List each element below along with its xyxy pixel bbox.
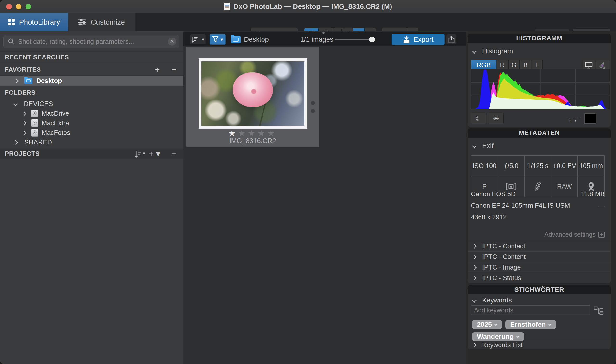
chip-chevron-icon[interactable] [516,334,520,338]
folders-tree: DEVICES MacDriveMacExtraMacFotos SHARED [0,99,183,147]
highlight-clipping-button[interactable]: ☀ [488,113,504,124]
histogram-collapse-chevron-icon[interactable] [472,49,476,53]
recent-searches-label: RECENT SEARCHES [5,54,69,61]
expand-chevron-icon[interactable] [22,111,26,116]
keyword-chip-label: Wanderung [477,333,514,340]
gamut-triangle-icon [599,62,606,68]
projects-remove-icon[interactable]: − [172,150,177,158]
moon-icon: ☾ [475,115,482,123]
histogram-section-row[interactable]: Histogram [468,47,611,55]
tab-photolibrary[interactable]: PhotoLibrary [0,13,68,31]
expand-chevron-icon[interactable] [472,244,476,248]
search-input[interactable]: Shot date, rating, shooting parameters..… [3,35,179,48]
keyword-chip-2025[interactable]: 2025 [472,320,502,329]
iptc-list: IPTC - ContactIPTC - ContentIPTC - Image… [468,241,611,283]
iptc-section-image[interactable]: IPTC - Image [468,262,611,273]
color-swatch [585,113,596,124]
section-projects[interactable]: PROJECTS + ▾ − [0,149,183,159]
iptc-section-content[interactable]: IPTC - Content [468,251,611,262]
export-label: Export [413,36,434,43]
histogram-panel-header[interactable]: HISTOGRAMM [468,34,611,43]
camera-row: Canon EOS 5D 11.8 MB [471,190,605,198]
keywords-collapse-chevron-icon[interactable] [472,298,476,302]
exif-section-row[interactable]: Exif [468,142,611,150]
keyword-chip-ernsthofen[interactable]: Ernsthofen [505,320,556,329]
window-title: DxO PhotoLab — Desktop — IMG_8316.CR2 (M… [233,3,392,11]
section-recent-searches[interactable]: RECENT SEARCHES [0,52,183,63]
metadata-panel: METADATEN Exif ISO 100ƒ/5.01/125 s+0.0 E… [468,128,611,283]
thumbnail-size-slider[interactable] [335,39,375,40]
device-label: MacDrive [42,110,69,117]
current-folder[interactable]: Desktop [244,32,269,46]
tab-customize[interactable]: Customize [68,13,135,31]
projects-sort-icon[interactable] [135,150,145,158]
keywords-panel-header[interactable]: STICHWÖRTER [468,285,611,294]
star-icon[interactable]: ★ [257,129,267,138]
thumbnail-tile[interactable]: ★★★★★ IMG_8316.CR2 [187,47,319,147]
desktop-expand-chevron-icon[interactable] [14,79,18,83]
expand-chevron-icon[interactable] [22,121,26,125]
sidebar-item-devices[interactable]: DEVICES [0,99,183,109]
keyword-chips: 2025ErnsthofenWanderung [472,320,607,341]
sun-icon: ☀ [493,115,499,123]
expand-chevron-icon[interactable] [472,255,476,259]
add-keywords-input[interactable]: Add keywords [471,305,590,315]
lens-value: — [598,202,605,209]
share-button[interactable] [446,34,457,45]
search-clear-button[interactable]: ✕ [168,38,176,46]
expand-chevron-icon[interactable] [472,276,476,280]
keywords-list-chevron-icon[interactable] [472,343,476,347]
device-list: MacDriveMacExtraMacFotos [0,109,183,138]
exif-cell: 105 mm [578,156,604,176]
keyword-hierarchy-icon[interactable] [594,306,604,315]
shadow-clipping-button[interactable]: ☾ [471,113,486,124]
star-rating[interactable]: ★★★★★ [187,128,319,138]
expand-chevron-icon[interactable] [472,265,476,270]
filter-button[interactable]: ▾ [210,34,226,45]
export-button[interactable]: Export [392,34,445,45]
file-size: 11.8 MB [581,190,605,198]
keyword-chip-label: Ernsthofen [510,321,546,328]
slider-thumb[interactable] [369,37,375,42]
shared-expand-chevron-icon[interactable] [13,140,18,144]
iptc-section-label: IPTC - Contact [482,243,525,250]
sidebar-item-shared[interactable]: SHARED [0,138,183,147]
iptc-section-contact[interactable]: IPTC - Contact [468,241,611,251]
star-icon[interactable]: ★ [248,129,257,138]
chip-chevron-icon[interactable] [548,322,551,326]
section-favorites[interactable]: FAVORITES + − [0,63,183,76]
drive-icon [31,119,38,127]
star-icon[interactable]: ★ [228,129,238,138]
sidebar-item-macextra[interactable]: MacExtra [0,118,183,128]
keywords-list-row[interactable]: Keywords List [468,341,611,349]
sidebar-item-macdrive[interactable]: MacDrive [0,109,183,118]
projects-add-icon[interactable]: + ▾ [149,150,160,158]
iptc-section-label: IPTC - Content [482,253,525,261]
iptc-section-status[interactable]: IPTC - Status [468,273,611,283]
section-folders[interactable]: FOLDERS [0,86,183,99]
exif-collapse-chevron-icon[interactable] [472,144,476,148]
keyword-chip-wanderung[interactable]: Wanderung [472,332,524,341]
favorites-remove-icon[interactable]: − [172,65,177,74]
keywords-section-row[interactable]: Keywords [468,296,611,304]
favorites-add-icon[interactable]: + [155,65,160,74]
star-icon[interactable]: ★ [267,129,277,138]
drive-icon [31,110,38,117]
sidebar-item-desktop[interactable]: Desktop [0,76,183,86]
chip-chevron-icon[interactable] [494,322,498,326]
thumbnail-photo[interactable] [199,58,307,129]
metadata-panel-header[interactable]: METADATEN [468,128,611,138]
keywords-panel: STICHWÖRTER Keywords Add keywords 2025Er… [468,285,611,349]
sidebar-item-macfotos[interactable]: MacFotos [0,128,183,138]
sort-button[interactable]: ▾ [190,34,206,45]
shared-label: SHARED [24,139,52,146]
advanced-settings-button[interactable]: Advanced settings + [545,231,605,238]
devices-label: DEVICES [24,100,53,108]
histogram-plot [471,69,610,109]
sort-caret-icon: ▾ [202,37,204,42]
devices-collapse-chevron-icon[interactable] [13,102,18,106]
expand-chevron-icon[interactable] [22,130,26,135]
add-keywords-placeholder: Add keywords [474,307,513,314]
star-icon[interactable]: ★ [238,129,248,138]
desktop-label: Desktop [36,77,62,85]
